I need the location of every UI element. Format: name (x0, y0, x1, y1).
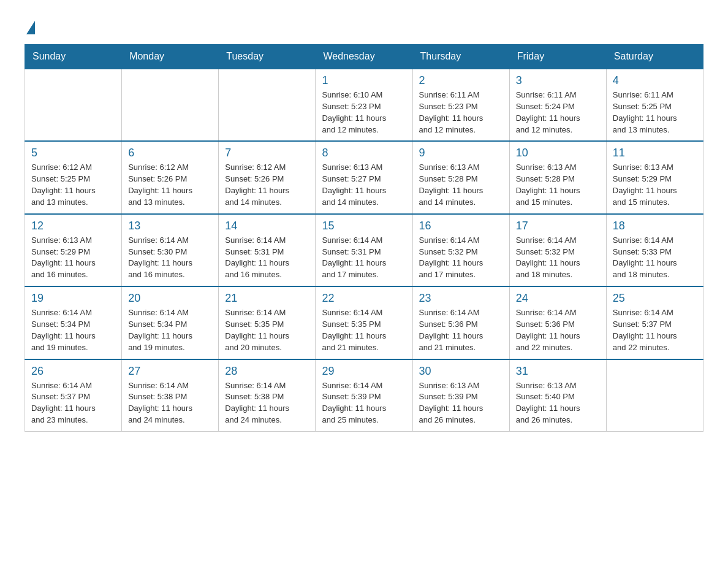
day-number: 29 (322, 365, 406, 378)
column-header-tuesday: Tuesday (219, 45, 316, 69)
day-info: Sunrise: 6:13 AMSunset: 5:27 PMDaylight:… (322, 162, 406, 208)
calendar-cell: 25Sunrise: 6:14 AMSunset: 5:37 PMDayligh… (606, 286, 703, 359)
day-number: 21 (225, 292, 309, 305)
calendar-cell: 21Sunrise: 6:14 AMSunset: 5:35 PMDayligh… (219, 286, 316, 359)
page-header (25, 18, 703, 32)
calendar-cell: 9Sunrise: 6:13 AMSunset: 5:28 PMDaylight… (412, 141, 509, 213)
day-info: Sunrise: 6:14 AMSunset: 5:32 PMDaylight:… (419, 235, 503, 281)
day-info: Sunrise: 6:14 AMSunset: 5:34 PMDaylight:… (31, 307, 115, 353)
day-number: 22 (322, 292, 406, 305)
day-info: Sunrise: 6:14 AMSunset: 5:31 PMDaylight:… (322, 235, 406, 281)
day-number: 20 (128, 292, 212, 305)
calendar-cell: 17Sunrise: 6:14 AMSunset: 5:32 PMDayligh… (509, 214, 606, 286)
week-row-1: 1Sunrise: 6:10 AMSunset: 5:23 PMDaylight… (25, 69, 703, 141)
day-number: 28 (225, 365, 309, 378)
day-info: Sunrise: 6:14 AMSunset: 5:32 PMDaylight:… (516, 235, 600, 281)
day-number: 11 (613, 147, 697, 159)
day-info: Sunrise: 6:13 AMSunset: 5:29 PMDaylight:… (31, 235, 115, 281)
day-info: Sunrise: 6:14 AMSunset: 5:38 PMDaylight:… (128, 380, 212, 426)
day-info: Sunrise: 6:14 AMSunset: 5:36 PMDaylight:… (516, 307, 600, 353)
day-number: 31 (516, 365, 600, 378)
day-number: 13 (128, 220, 212, 232)
calendar-cell: 23Sunrise: 6:14 AMSunset: 5:36 PMDayligh… (412, 286, 509, 359)
calendar-cell: 12Sunrise: 6:13 AMSunset: 5:29 PMDayligh… (25, 214, 122, 286)
column-header-wednesday: Wednesday (316, 45, 412, 69)
day-info: Sunrise: 6:14 AMSunset: 5:33 PMDaylight:… (613, 235, 697, 281)
calendar-cell: 31Sunrise: 6:13 AMSunset: 5:40 PMDayligh… (509, 359, 606, 432)
day-info: Sunrise: 6:14 AMSunset: 5:38 PMDaylight:… (225, 380, 309, 426)
calendar-cell: 18Sunrise: 6:14 AMSunset: 5:33 PMDayligh… (606, 214, 703, 286)
day-info: Sunrise: 6:12 AMSunset: 5:26 PMDaylight:… (128, 162, 212, 208)
day-number: 24 (516, 292, 600, 305)
day-info: Sunrise: 6:14 AMSunset: 5:34 PMDaylight:… (128, 307, 212, 353)
logo (25, 18, 35, 32)
day-info: Sunrise: 6:14 AMSunset: 5:36 PMDaylight:… (419, 307, 503, 353)
day-info: Sunrise: 6:14 AMSunset: 5:35 PMDaylight:… (225, 307, 309, 353)
day-number: 1 (322, 74, 406, 87)
column-header-saturday: Saturday (606, 45, 703, 69)
day-info: Sunrise: 6:13 AMSunset: 5:28 PMDaylight:… (419, 162, 503, 208)
calendar-cell: 16Sunrise: 6:14 AMSunset: 5:32 PMDayligh… (412, 214, 509, 286)
calendar-cell: 24Sunrise: 6:14 AMSunset: 5:36 PMDayligh… (509, 286, 606, 359)
day-number: 5 (31, 147, 115, 159)
calendar-cell: 6Sunrise: 6:12 AMSunset: 5:26 PMDaylight… (122, 141, 219, 213)
calendar-cell: 29Sunrise: 6:14 AMSunset: 5:39 PMDayligh… (316, 359, 412, 432)
calendar-cell: 19Sunrise: 6:14 AMSunset: 5:34 PMDayligh… (25, 286, 122, 359)
day-number: 16 (419, 220, 503, 232)
day-info: Sunrise: 6:13 AMSunset: 5:28 PMDaylight:… (516, 162, 600, 208)
column-header-friday: Friday (509, 45, 606, 69)
calendar-cell: 1Sunrise: 6:10 AMSunset: 5:23 PMDaylight… (316, 69, 412, 141)
calendar-cell: 11Sunrise: 6:13 AMSunset: 5:29 PMDayligh… (606, 141, 703, 213)
calendar-table: SundayMondayTuesdayWednesdayThursdayFrid… (25, 44, 703, 432)
day-info: Sunrise: 6:14 AMSunset: 5:37 PMDaylight:… (613, 307, 697, 353)
day-number: 7 (225, 147, 309, 159)
day-info: Sunrise: 6:10 AMSunset: 5:23 PMDaylight:… (322, 90, 406, 136)
day-number: 8 (322, 147, 406, 159)
day-number: 19 (31, 292, 115, 305)
calendar-cell (219, 69, 316, 141)
week-row-2: 5Sunrise: 6:12 AMSunset: 5:25 PMDaylight… (25, 141, 703, 213)
calendar-cell: 13Sunrise: 6:14 AMSunset: 5:30 PMDayligh… (122, 214, 219, 286)
column-header-monday: Monday (122, 45, 219, 69)
day-info: Sunrise: 6:13 AMSunset: 5:29 PMDaylight:… (613, 162, 697, 208)
day-info: Sunrise: 6:14 AMSunset: 5:30 PMDaylight:… (128, 235, 212, 281)
calendar-cell: 4Sunrise: 6:11 AMSunset: 5:25 PMDaylight… (606, 69, 703, 141)
calendar-cell: 22Sunrise: 6:14 AMSunset: 5:35 PMDayligh… (316, 286, 412, 359)
day-number: 6 (128, 147, 212, 159)
day-info: Sunrise: 6:11 AMSunset: 5:23 PMDaylight:… (419, 90, 503, 136)
calendar-cell: 15Sunrise: 6:14 AMSunset: 5:31 PMDayligh… (316, 214, 412, 286)
column-header-thursday: Thursday (412, 45, 509, 69)
day-number: 15 (322, 220, 406, 232)
day-number: 23 (419, 292, 503, 305)
day-info: Sunrise: 6:14 AMSunset: 5:35 PMDaylight:… (322, 307, 406, 353)
calendar-cell: 2Sunrise: 6:11 AMSunset: 5:23 PMDaylight… (412, 69, 509, 141)
calendar-cell: 3Sunrise: 6:11 AMSunset: 5:24 PMDaylight… (509, 69, 606, 141)
calendar-cell: 30Sunrise: 6:13 AMSunset: 5:39 PMDayligh… (412, 359, 509, 432)
day-number: 30 (419, 365, 503, 378)
day-number: 27 (128, 365, 212, 378)
calendar-cell: 8Sunrise: 6:13 AMSunset: 5:27 PMDaylight… (316, 141, 412, 213)
calendar-cell: 5Sunrise: 6:12 AMSunset: 5:25 PMDaylight… (25, 141, 122, 213)
day-info: Sunrise: 6:12 AMSunset: 5:26 PMDaylight:… (225, 162, 309, 208)
week-row-4: 19Sunrise: 6:14 AMSunset: 5:34 PMDayligh… (25, 286, 703, 359)
day-number: 12 (31, 220, 115, 232)
day-number: 25 (613, 292, 697, 305)
calendar-header-row: SundayMondayTuesdayWednesdayThursdayFrid… (25, 45, 703, 69)
day-info: Sunrise: 6:14 AMSunset: 5:39 PMDaylight:… (322, 380, 406, 426)
day-number: 14 (225, 220, 309, 232)
calendar-cell: 20Sunrise: 6:14 AMSunset: 5:34 PMDayligh… (122, 286, 219, 359)
day-info: Sunrise: 6:11 AMSunset: 5:25 PMDaylight:… (613, 90, 697, 136)
column-header-sunday: Sunday (25, 45, 122, 69)
calendar-cell: 26Sunrise: 6:14 AMSunset: 5:37 PMDayligh… (25, 359, 122, 432)
calendar-cell: 10Sunrise: 6:13 AMSunset: 5:28 PMDayligh… (509, 141, 606, 213)
day-info: Sunrise: 6:13 AMSunset: 5:39 PMDaylight:… (419, 380, 503, 426)
day-number: 10 (516, 147, 600, 159)
day-number: 18 (613, 220, 697, 232)
calendar-cell: 14Sunrise: 6:14 AMSunset: 5:31 PMDayligh… (219, 214, 316, 286)
logo-triangle-icon (26, 21, 35, 34)
week-row-3: 12Sunrise: 6:13 AMSunset: 5:29 PMDayligh… (25, 214, 703, 286)
day-number: 9 (419, 147, 503, 159)
calendar-cell: 7Sunrise: 6:12 AMSunset: 5:26 PMDaylight… (219, 141, 316, 213)
calendar-cell: 28Sunrise: 6:14 AMSunset: 5:38 PMDayligh… (219, 359, 316, 432)
calendar-cell (122, 69, 219, 141)
